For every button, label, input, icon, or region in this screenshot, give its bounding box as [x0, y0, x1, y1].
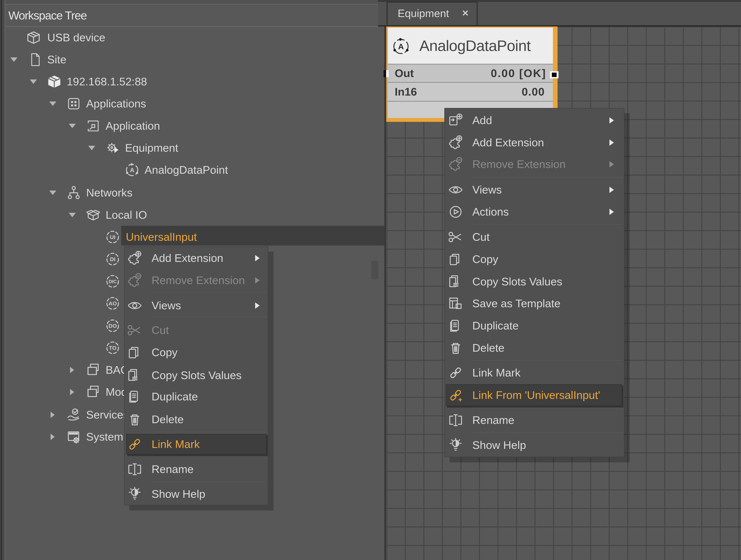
svg-text:123: 123 — [454, 283, 458, 287]
svg-text:123: 123 — [132, 377, 137, 380]
svg-text:A: A — [130, 166, 135, 173]
svg-text:DO: DO — [109, 323, 117, 329]
svg-text:DIC: DIC — [109, 279, 117, 284]
svg-text:UI: UI — [110, 234, 116, 240]
svg-text:DI: DI — [110, 256, 116, 262]
svg-text:TO: TO — [109, 345, 116, 351]
svg-text:A: A — [398, 42, 404, 51]
svg-text:AO: AO — [109, 300, 117, 307]
